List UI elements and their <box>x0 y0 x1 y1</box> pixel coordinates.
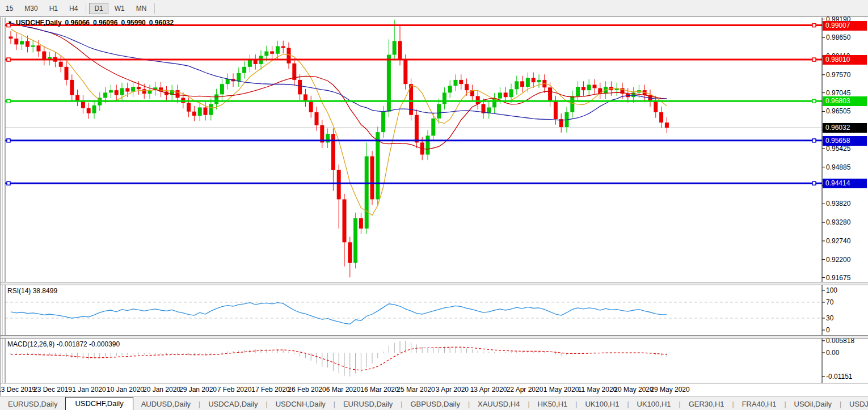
candle-body[interactable] <box>554 102 558 120</box>
chart-tab-gbpusd-daily[interactable]: GBPUSD,Daily <box>402 398 467 410</box>
chart-tab-eurusd-daily[interactable]: EURUSD,Daily <box>335 398 401 410</box>
price-axis[interactable]: 0.991900.986500.981100.975700.970450.965… <box>822 17 868 383</box>
candle-body[interactable] <box>192 112 196 116</box>
candle-body[interactable] <box>237 73 241 82</box>
candle-body[interactable] <box>582 87 585 90</box>
line-handle[interactable] <box>7 99 10 103</box>
chart-tab-eurusd-daily[interactable]: EURUSD,Daily <box>0 398 65 410</box>
candle-body[interactable] <box>492 99 496 108</box>
candle-body[interactable] <box>70 80 74 95</box>
chart-tab-hk50-h1[interactable]: HK50,H1 <box>530 398 576 410</box>
price-level-badge[interactable]: 0.99007 <box>823 21 867 31</box>
candle-body[interactable] <box>248 60 252 67</box>
candle-body[interactable] <box>465 84 469 90</box>
candle-body[interactable] <box>304 94 307 101</box>
candle-body[interactable] <box>26 41 30 47</box>
chart-tab-uk100-h1[interactable]: UK100,H1 <box>577 398 627 410</box>
candle-body[interactable] <box>287 48 291 63</box>
candle-body[interactable] <box>198 107 202 116</box>
timeframe-button-h1[interactable]: H1 <box>44 3 63 14</box>
candle-body[interactable] <box>142 89 146 94</box>
candle-body[interactable] <box>42 52 46 60</box>
candle-body[interactable] <box>526 78 530 87</box>
panel-divider[interactable] <box>1 282 868 285</box>
candle-body[interactable] <box>20 41 24 44</box>
price-level-badge[interactable]: 0.98010 <box>823 55 867 65</box>
candle-body[interactable] <box>437 104 441 118</box>
candle-body[interactable] <box>454 80 458 86</box>
candle-body[interactable] <box>348 242 352 263</box>
candle-body[interactable] <box>309 102 313 112</box>
candle-body[interactable] <box>576 87 580 96</box>
candle-body[interactable] <box>214 94 218 104</box>
candle-body[interactable] <box>125 88 129 91</box>
candle-body[interactable] <box>103 92 107 98</box>
timeframe-button-15[interactable]: 15 <box>1 3 18 14</box>
candle-body[interactable] <box>659 112 663 122</box>
candle-body[interactable] <box>448 86 452 92</box>
candle-body[interactable] <box>31 45 35 47</box>
candle-body[interactable] <box>593 84 597 88</box>
candle-body[interactable] <box>654 102 658 112</box>
candle-body[interactable] <box>9 36 13 39</box>
timeframe-button-mn[interactable]: MN <box>131 3 152 14</box>
line-handle[interactable] <box>812 99 816 103</box>
candle-body[interactable] <box>109 90 113 92</box>
candle-body[interactable] <box>509 89 513 97</box>
candle-body[interactable] <box>276 46 280 53</box>
line-handle[interactable] <box>7 139 10 142</box>
candle-body[interactable] <box>37 45 41 51</box>
candle-body[interactable] <box>242 67 246 73</box>
candle-body[interactable] <box>270 52 274 54</box>
candle-body[interactable] <box>315 112 319 125</box>
candle-body[interactable] <box>187 103 191 112</box>
candle-body[interactable] <box>120 88 124 95</box>
candle-body[interactable] <box>209 104 213 115</box>
candle-body[interactable] <box>204 107 208 115</box>
line-handle[interactable] <box>812 181 816 185</box>
candle-body[interactable] <box>353 218 357 263</box>
chevron-down-icon[interactable]: ▼ <box>7 20 12 26</box>
price-level-badge[interactable]: 0.96803 <box>823 96 867 106</box>
candle-body[interactable] <box>337 170 341 200</box>
chart-tab-usdchf-daily[interactable]: USDCHF,Daily <box>65 397 133 410</box>
line-handle[interactable] <box>7 181 10 185</box>
chart-tab-audusd-daily[interactable]: AUDUSD,Daily <box>133 398 199 410</box>
candle-body[interactable] <box>59 62 63 67</box>
candle-body[interactable] <box>431 119 435 136</box>
timeframe-button-w1[interactable]: W1 <box>109 3 130 14</box>
timeframe-button-m30[interactable]: M30 <box>19 3 43 14</box>
chart-tab-usdcnh-daily[interactable]: USDCNH,Daily <box>268 398 334 410</box>
candle-body[interactable] <box>14 39 18 44</box>
candle-body[interactable] <box>115 90 119 95</box>
candle-body[interactable] <box>520 81 524 87</box>
candle-body[interactable] <box>264 52 268 56</box>
candle-body[interactable] <box>75 95 79 101</box>
candle-body[interactable] <box>665 122 669 128</box>
candle-body[interactable] <box>398 41 402 60</box>
candle-body[interactable] <box>459 80 463 84</box>
candle-body[interactable] <box>548 87 552 101</box>
timeframe-button-h4[interactable]: H4 <box>64 3 83 14</box>
candle-body[interactable] <box>131 87 135 91</box>
chart-tab-fra40-h1[interactable]: FRA40,H1 <box>734 398 785 410</box>
candle-body[interactable] <box>65 67 69 80</box>
candle-body[interactable] <box>298 80 302 94</box>
candle-body[interactable] <box>376 132 380 199</box>
price-level-badge[interactable]: 0.94414 <box>823 179 867 188</box>
chart-tab-usoil-daily[interactable]: USOil,Daily <box>786 398 840 410</box>
candle-body[interactable] <box>220 84 224 94</box>
chart-tab-usdcad-daily[interactable]: USDCAD,Daily <box>200 398 266 410</box>
candle-body[interactable] <box>370 157 374 200</box>
candle-body[interactable] <box>226 79 230 84</box>
price-level-badge[interactable]: 0.95658 <box>823 136 867 146</box>
candle-body[interactable] <box>498 92 502 98</box>
candle-body[interactable] <box>92 105 96 113</box>
candle-body[interactable] <box>343 199 347 242</box>
candle-body[interactable] <box>587 84 591 90</box>
candle-body[interactable] <box>443 92 446 104</box>
chart-tab-uk100-h1[interactable]: UK100,H1 <box>629 398 679 410</box>
candle-body[interactable] <box>365 157 369 229</box>
candle-body[interactable] <box>387 55 391 112</box>
candle-body[interactable] <box>359 218 363 229</box>
